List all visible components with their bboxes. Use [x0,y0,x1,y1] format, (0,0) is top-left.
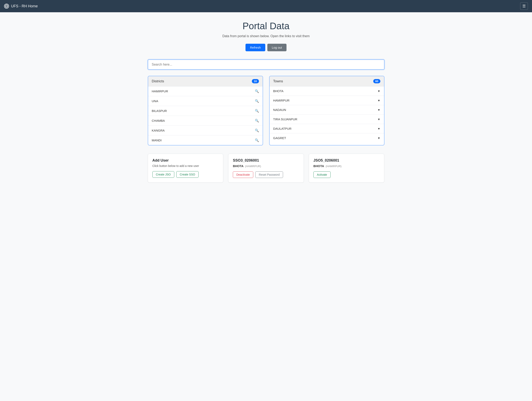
town-name: BHOTA [273,89,284,93]
districts-count-badge: 10 [252,79,259,83]
action-buttons: Refresh Log out [148,44,385,51]
jso-district: (HAMIRPUR) [326,165,342,168]
town-name: HAMIRPUR [273,99,290,102]
district-item[interactable]: BILASPUR 🔍 [148,106,263,116]
search-container [148,59,385,70]
jso-user-buttons: Activate [313,171,380,178]
towns-count-badge: 60 [373,79,380,83]
reset-password-button[interactable]: Reset Password [255,171,283,178]
towns-list: BHOTA ▼ HAMIRPUR ▼ NADAUN ▼ TIRA SUJANPU… [270,86,384,142]
chevron-down-icon: ▼ [378,90,380,93]
town-item[interactable]: GAGRET ▼ [270,133,384,142]
town-item[interactable]: DAULATPUR ▼ [270,124,384,133]
logout-button[interactable]: Log out [267,44,286,51]
town-item[interactable]: HAMIRPUR ▼ [270,96,384,105]
add-user-title: Add User [152,158,219,163]
districts-panel-header: Districts 10 [148,76,263,86]
sso-user-buttons: Deactivate Reset Password [233,171,299,178]
chevron-down-icon: ▼ [378,136,380,140]
district-name: HAMIRPUR [152,90,168,93]
chevron-down-icon: ▼ [378,118,380,121]
add-user-subtitle: Click button below to add a new user [152,164,219,168]
search-input[interactable] [148,59,385,70]
jso-user-title: JSO5_0206001 [313,158,380,163]
towns-panel-title: Towns [273,79,283,83]
jso-town: BHOTA [313,164,324,168]
create-jso-button[interactable]: Create JSO [152,171,174,178]
district-item[interactable]: MANDI 🔍 [148,136,263,145]
districts-list: HAMIRPUR 🔍 UNA 🔍 BILASPUR 🔍 CHAMBA 🔍 KAN… [148,86,263,145]
districts-panel: Districts 10 HAMIRPUR 🔍 UNA 🔍 BILASPUR 🔍… [148,76,263,145]
add-user-buttons: Create JSO Create SSO [152,171,219,178]
refresh-button[interactable]: Refresh [246,44,265,51]
chevron-down-icon: ▼ [378,99,380,102]
town-item[interactable]: NADAUN ▼ [270,105,384,115]
globe-icon [4,4,9,9]
districts-panel-title: Districts [152,79,164,83]
navbar-toggler[interactable]: ☰ [520,2,528,10]
jso-user-card: JSO5_0206001 BHOTA (HAMIRPUR) Activate [309,154,385,183]
town-name: GAGRET [273,136,286,140]
town-item[interactable]: BHOTA ▼ [270,86,384,96]
town-item[interactable]: TIRA SUJANPUR ▼ [270,115,384,124]
cards-row: Add User Click button below to add a new… [148,154,385,183]
search-icon: 🔍 [255,109,259,113]
deactivate-button[interactable]: Deactivate [233,171,253,178]
search-icon: 🔍 [255,138,259,142]
sso-district: (HAMIRPUR) [245,165,261,168]
district-name: CHAMBA [152,119,165,122]
panels-row: Districts 10 HAMIRPUR 🔍 UNA 🔍 BILASPUR 🔍… [148,76,385,145]
activate-button[interactable]: Activate [313,171,331,178]
search-icon: 🔍 [255,119,259,123]
district-item[interactable]: HAMIRPUR 🔍 [148,86,263,96]
sso-town: BHOTA [233,164,243,168]
towns-panel: Towns 60 BHOTA ▼ HAMIRPUR ▼ NADAUN ▼ TIR… [269,76,385,145]
towns-panel-header: Towns 60 [270,76,384,86]
sso-user-card: SSO3_0206001 BHOTA (HAMIRPUR) Deactivate… [228,154,304,183]
navbar-title: UFS - RH Home [11,4,38,8]
hamburger-icon: ☰ [522,4,526,8]
page-subtitle: Data from portal is shown below. Open th… [148,34,385,38]
navbar: UFS - RH Home ☰ [0,0,532,12]
search-icon: 🔍 [255,89,259,93]
district-name: UNA [152,99,158,103]
sso-user-title: SSO3_0206001 [233,158,299,163]
district-item[interactable]: KANGRA 🔍 [148,126,263,136]
search-icon: 🔍 [255,129,259,132]
town-name: DAULATPUR [273,127,291,130]
district-item[interactable]: UNA 🔍 [148,96,263,106]
chevron-down-icon: ▼ [378,108,380,111]
town-name: NADAUN [273,108,286,111]
add-user-card: Add User Click button below to add a new… [148,154,223,183]
chevron-down-icon: ▼ [378,127,380,130]
district-name: MANDI [152,138,162,142]
sso-user-location: BHOTA (HAMIRPUR) [233,164,299,168]
district-name: BILASPUR [152,109,167,113]
jso-user-location: BHOTA (HAMIRPUR) [313,164,380,168]
create-sso-button[interactable]: Create SSO [176,171,199,178]
search-icon: 🔍 [255,99,259,103]
district-item[interactable]: CHAMBA 🔍 [148,116,263,126]
page-title: Portal Data [148,20,385,32]
district-name: KANGRA [152,129,165,132]
town-name: TIRA SUJANPUR [273,117,297,121]
main-content: Portal Data Data from portal is shown be… [144,12,389,191]
navbar-brand: UFS - RH Home [4,4,38,9]
